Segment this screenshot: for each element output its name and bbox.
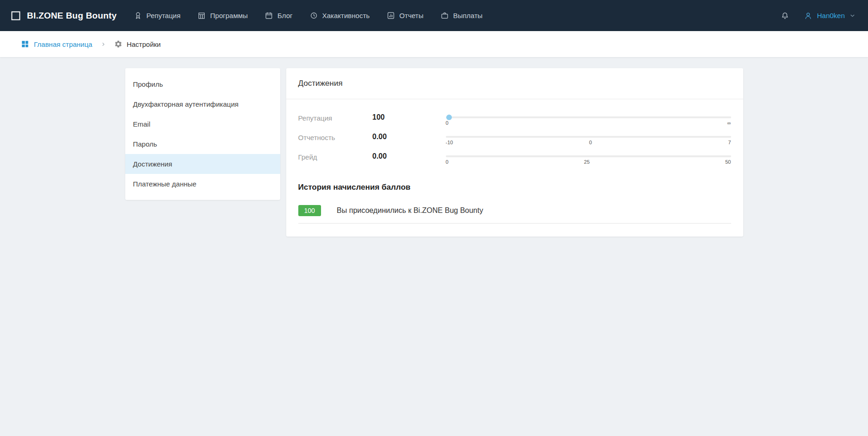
reports-icon (386, 11, 395, 20)
user-menu[interactable]: Han0ken (804, 11, 856, 20)
points-badge: 100 (298, 205, 321, 216)
metric-row-reporting: Отчетность 0.00 -10 0 7 (298, 133, 731, 145)
history-entry-text: Вы присоединились к Bi.ZONE Bug Bounty (337, 206, 483, 215)
scale-tick: ∞ (727, 120, 731, 126)
user-icon (804, 11, 813, 20)
grade-slider: 0 25 50 (446, 152, 731, 165)
metric-value: 100 (373, 113, 446, 122)
nav-item-reputation[interactable]: Репутация (134, 11, 180, 20)
reporting-slider: -10 0 7 (446, 133, 731, 145)
points-history: История начисления баллов 100 Вы присоед… (286, 174, 743, 237)
reputation-icon (134, 11, 142, 20)
scale-tick: -10 (446, 140, 453, 145)
slider-track (446, 116, 731, 118)
nav-item-programs[interactable]: Программы (197, 11, 248, 20)
nav-item-reports[interactable]: Отчеты (386, 11, 424, 20)
slider-scale: 0 25 50 (446, 159, 731, 165)
sidebar-item-2fa[interactable]: Двухфакторная аутентификация (125, 94, 280, 114)
slider-track (446, 155, 731, 157)
notifications-bell-icon[interactable] (780, 11, 790, 20)
slider-handle (446, 115, 452, 120)
nav-item-label: Программы (210, 12, 248, 19)
nav-item-payouts[interactable]: Выплаты (440, 11, 482, 20)
sidebar-item-profile[interactable]: Профиль (125, 74, 280, 94)
reputation-slider: 0 ∞ (446, 113, 731, 126)
metric-label: Грейд (298, 152, 373, 161)
metric-value: 0.00 (373, 152, 446, 160)
scale-tick: 0 (446, 159, 449, 165)
nav-item-activity[interactable]: Хакактивность (309, 11, 370, 20)
top-navbar: BI.ZONE Bug Bounty Репутация Программы Б… (0, 0, 868, 31)
nav-item-label: Хакактивность (322, 12, 370, 19)
slider-track (446, 136, 731, 138)
breadcrumb-current: Настройки (114, 40, 161, 48)
breadcrumb: Главная страница Настройки (21, 40, 161, 48)
slider-scale: -10 0 7 (446, 140, 731, 145)
points-history-title: История начисления баллов (298, 183, 731, 192)
activity-icon (309, 11, 318, 20)
main-content: Профиль Двухфакторная аутентификация Ema… (125, 68, 743, 237)
home-grid-icon (21, 40, 29, 48)
achievements-metrics: Репутация 100 0 ∞ Отчетность 0.00 (286, 99, 743, 174)
navbar-right: Han0ken (780, 11, 856, 20)
metric-row-reputation: Репутация 100 0 ∞ (298, 113, 731, 126)
blog-icon (264, 11, 273, 20)
breadcrumb-home-link[interactable]: Главная страница (21, 40, 92, 48)
page: BI.ZONE Bug Bounty Репутация Программы Б… (0, 0, 868, 237)
sidebar-item-payment[interactable]: Платежные данные (125, 174, 280, 194)
user-name: Han0ken (817, 12, 845, 19)
programs-icon (197, 11, 206, 20)
slider-scale: 0 ∞ (446, 120, 731, 126)
scale-tick: 7 (728, 140, 731, 145)
achievements-title: Достижения (286, 68, 743, 99)
sidebar-item-achievements[interactable]: Достижения (125, 154, 280, 174)
nav-item-blog[interactable]: Блог (264, 11, 292, 20)
scale-tick: 50 (725, 159, 731, 165)
metric-row-grade: Грейд 0.00 0 25 50 (298, 152, 731, 165)
sidebar-item-email[interactable]: Email (125, 114, 280, 134)
brand-title: BI.ZONE Bug Bounty (27, 11, 117, 21)
settings-menu: Профиль Двухфакторная аутентификация Ema… (125, 68, 280, 200)
payouts-icon (440, 11, 449, 20)
sidebar-item-password[interactable]: Пароль (125, 134, 280, 154)
metric-label: Отчетность (298, 133, 373, 141)
breadcrumb-current-label: Настройки (127, 40, 161, 48)
metric-value: 0.00 (373, 133, 446, 141)
nav-item-label: Отчеты (399, 12, 424, 19)
gear-icon (114, 40, 122, 48)
main-nav: Репутация Программы Блог Хакактивность (134, 11, 482, 20)
scale-tick: 0 (589, 140, 592, 145)
breadcrumb-bar: Главная страница Настройки (0, 31, 868, 57)
brand[interactable]: BI.ZONE Bug Bounty (10, 10, 117, 21)
metric-label: Репутация (298, 113, 373, 122)
achievements-card: Достижения Репутация 100 0 ∞ (286, 68, 743, 237)
chevron-down-icon (849, 12, 856, 19)
chevron-right-icon (101, 42, 106, 47)
history-entry: 100 Вы присоединились к Bi.ZONE Bug Boun… (298, 205, 731, 224)
scale-tick: 25 (584, 159, 590, 165)
bizone-logo-icon (10, 10, 21, 21)
scale-tick: 0 (446, 120, 449, 126)
nav-item-label: Блог (277, 12, 292, 19)
nav-item-label: Выплаты (453, 12, 482, 19)
breadcrumb-home-label: Главная страница (34, 40, 92, 48)
nav-item-label: Репутация (147, 12, 180, 19)
